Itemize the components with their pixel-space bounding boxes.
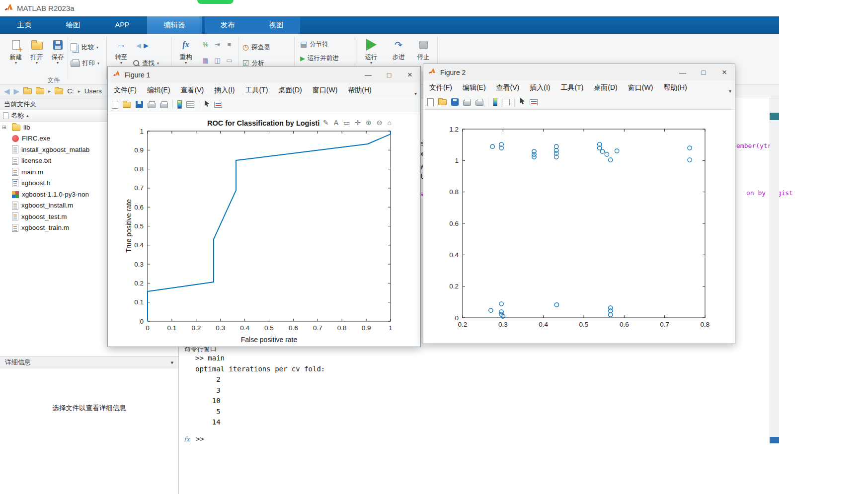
doc-file-icon — [12, 145, 18, 153]
open-file-button[interactable] — [123, 102, 131, 108]
ribbon-tab-editor[interactable]: 编辑器 — [147, 16, 202, 34]
ribbon-tab-home[interactable]: 主页 — [7, 16, 42, 34]
goto-button[interactable]: → 转至 ▾ — [110, 36, 132, 65]
insert-colorbar-button[interactable] — [177, 100, 182, 109]
menu-window[interactable]: 窗口(W) — [628, 83, 653, 92]
print-button[interactable]: 打印 ▾ — [71, 58, 99, 69]
chevron-down-icon[interactable]: ▾ — [170, 359, 173, 366]
menu-edit[interactable]: 编辑(E) — [463, 83, 486, 92]
forward-icon[interactable]: ▶ — [14, 87, 20, 96]
file-name: xgboost_test.m — [21, 213, 67, 220]
maximize-button[interactable]: □ — [379, 67, 399, 83]
figure-titlebar[interactable]: Figure 2 — □ × — [423, 64, 735, 80]
menu-desktop[interactable]: 桌面(D) — [594, 83, 617, 92]
minimize-button[interactable]: — — [358, 67, 379, 83]
scrollbar-marker — [770, 437, 779, 443]
details-header[interactable]: 详细信息 ▾ — [0, 356, 178, 368]
menu-insert[interactable]: 插入(I) — [214, 86, 235, 95]
svg-text:0.9: 0.9 — [134, 146, 144, 154]
new-figure-button[interactable] — [112, 101, 118, 109]
close-button[interactable]: × — [714, 64, 735, 80]
menu-file[interactable]: 文件(F) — [114, 86, 137, 95]
edit-plot-cursor-button[interactable] — [204, 100, 210, 109]
menu-desktop[interactable]: 桌面(D) — [278, 86, 302, 95]
sort-asc-icon: ▴ — [26, 113, 29, 118]
wrap-comments-button[interactable]: ≡ — [225, 40, 234, 49]
menu-insert[interactable]: 插入(I) — [530, 83, 550, 92]
menu-help[interactable]: 帮助(H) — [663, 83, 687, 92]
code-tool-button[interactable]: ◫ — [213, 56, 222, 65]
nav-back-forward[interactable]: ◀ ▶ — [136, 40, 149, 51]
open-file-button[interactable] — [438, 99, 447, 105]
code-tool-button[interactable]: ▦ — [201, 56, 210, 65]
back-icon[interactable]: ◀ — [4, 87, 10, 96]
insert-colorbar-button[interactable] — [493, 98, 497, 106]
print-button[interactable] — [148, 103, 156, 108]
browse-folder-icon[interactable] — [36, 88, 44, 94]
svg-text:0.8: 0.8 — [449, 188, 459, 196]
edit-plot-cursor-button[interactable] — [519, 97, 525, 107]
ribbon-tab-publish[interactable]: 发布 — [209, 16, 246, 34]
figure-titlebar[interactable]: Figure 1 — □ × — [108, 67, 420, 83]
scrollbar-marker[interactable] — [770, 113, 779, 120]
figure-icon — [113, 70, 121, 80]
ribbon-tab-apps[interactable]: APP — [107, 16, 137, 34]
command-prompt[interactable]: >> — [196, 435, 204, 443]
menu-window[interactable]: 窗口(W) — [313, 86, 338, 95]
forward-icon[interactable]: ▶ — [144, 42, 149, 49]
ribbon-tab-plots[interactable]: 绘图 — [56, 16, 90, 34]
svg-text:0.6: 0.6 — [449, 220, 459, 227]
run-advance-button[interactable]: ▶ 运行并前进 — [300, 53, 339, 64]
stop-button[interactable]: 停止 — [413, 36, 433, 61]
svg-text:0: 0 — [146, 324, 150, 332]
insert-legend-button[interactable] — [502, 99, 510, 105]
compare-button[interactable]: 比较 ▾ — [71, 42, 98, 53]
figure-plot-area: ROC for Classification by Logistic R ✎A▭… — [108, 112, 420, 347]
menu-overflow-icon[interactable]: ▾ — [414, 91, 417, 96]
refactor-button[interactable]: fx 重构 ▾ — [175, 36, 197, 65]
menu-view[interactable]: 查看(V) — [496, 83, 520, 92]
insert-legend-button[interactable] — [186, 101, 194, 108]
step-button[interactable]: ↷ 步进 — [388, 36, 409, 61]
maximize-button[interactable]: □ — [693, 64, 714, 80]
up-folder-icon[interactable] — [23, 88, 32, 94]
open-button[interactable]: 打开 ▾ — [26, 36, 48, 65]
property-inspector-button[interactable] — [530, 99, 538, 105]
close-button[interactable]: × — [399, 67, 420, 83]
save-figure-button[interactable] — [136, 101, 143, 108]
print-preview-button[interactable] — [475, 100, 483, 106]
code-tool-button[interactable]: ▭ — [225, 56, 234, 65]
ribbon-tab-view[interactable]: 视图 — [257, 16, 295, 34]
editor-scrollbar[interactable] — [770, 98, 779, 443]
save-figure-button[interactable] — [451, 98, 459, 106]
menu-view[interactable]: 查看(V) — [181, 86, 204, 95]
menu-edit[interactable]: 编辑(E) — [147, 86, 170, 95]
back-icon[interactable]: ◀ — [136, 42, 141, 49]
minimize-button[interactable]: — — [672, 64, 693, 80]
print-button[interactable] — [463, 100, 471, 106]
breadcrumb-segment[interactable]: C: — [67, 87, 74, 95]
menu-overflow-icon[interactable]: ▾ — [729, 88, 731, 94]
menu-file[interactable]: 文件(F) — [429, 83, 452, 92]
breadcrumb-sep-icon: ▸ — [48, 88, 51, 94]
expand-icon[interactable]: ⊞ — [2, 124, 6, 131]
comment-button[interactable]: % — [201, 40, 210, 49]
menu-help[interactable]: 帮助(H) — [348, 86, 371, 95]
svg-text:0.3: 0.3 — [498, 321, 508, 328]
new-figure-button[interactable] — [427, 98, 434, 106]
save-button[interactable]: 保存 ▾ — [47, 36, 69, 65]
cv-scatter-chart: 0.20.30.40.50.60.70.800.20.40.60.811.2 — [423, 110, 735, 343]
profiler-button[interactable]: ◷ 探查器 — [242, 42, 270, 53]
menu-tools[interactable]: 工具(T) — [245, 86, 268, 95]
print-preview-button[interactable] — [160, 103, 168, 108]
breadcrumb-segment[interactable]: Users — [84, 87, 102, 95]
run-button[interactable]: 运行 ▾ — [360, 36, 383, 65]
figure-toolbar — [108, 97, 420, 112]
new-script-button[interactable]: + 新建 ▾ — [5, 36, 27, 65]
indent-button[interactable]: ⇥ — [213, 40, 222, 49]
svg-text:0.7: 0.7 — [313, 324, 322, 332]
menu-tools[interactable]: 工具(T) — [560, 83, 583, 92]
open-folder-icon — [31, 42, 43, 50]
property-inspector-button[interactable] — [214, 102, 222, 108]
section-break-button[interactable]: ▤ 分节符 — [300, 39, 328, 50]
